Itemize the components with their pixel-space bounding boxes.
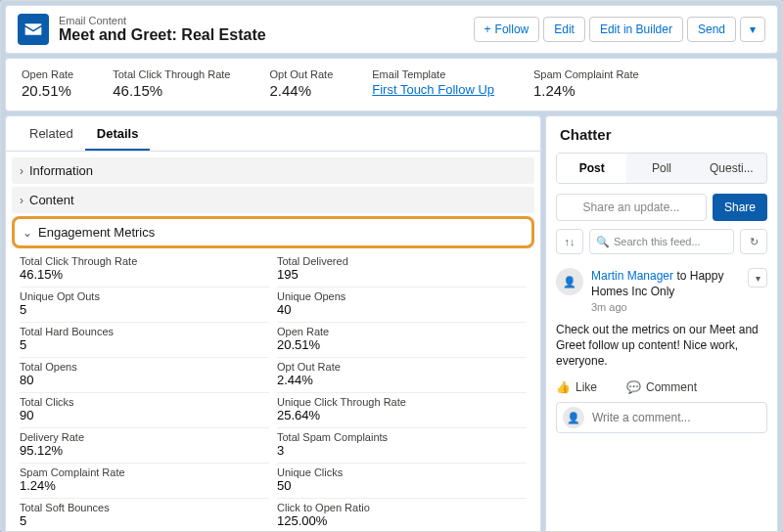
chevron-right-icon: ›: [20, 194, 23, 207]
metric-row: Delivery Rate95.12%: [20, 427, 269, 463]
metric-value: 25.64%: [277, 408, 527, 422]
metric-value: 5: [20, 302, 269, 317]
refresh-icon: ↻: [750, 236, 759, 248]
metric-value: 46.15%: [20, 267, 269, 282]
metric-value: 95.12%: [20, 443, 269, 458]
edit-in-builder-button[interactable]: Edit in Builder: [589, 17, 683, 42]
comment-icon: 💬: [626, 380, 641, 394]
metric-row: Total Clicks90: [20, 392, 269, 427]
section-engagement-metrics[interactable]: ⌄Engagement Metrics: [12, 216, 534, 248]
object-label: Email Content: [59, 15, 464, 26]
kpi-template-link[interactable]: First Touch Follow Up: [372, 82, 494, 97]
metric-label: Unique Opens: [277, 290, 527, 302]
chevron-down-icon: ▾: [756, 273, 760, 284]
send-button[interactable]: Send: [687, 17, 736, 42]
search-feed-input[interactable]: 🔍Search this feed...: [589, 229, 734, 254]
email-content-icon: [18, 14, 49, 45]
metric-label: Total Hard Bounces: [20, 326, 269, 337]
metric-label: Total Delivered: [277, 255, 527, 267]
metric-label: Total Soft Bounces: [20, 502, 269, 513]
comment-button[interactable]: 💬Comment: [626, 380, 697, 394]
chevron-right-icon: ›: [20, 164, 23, 178]
sort-icon: ↑↓: [565, 236, 576, 247]
post-timestamp: 3m ago: [591, 301, 627, 313]
chevron-down-icon: ▾: [750, 22, 756, 36]
metric-value: 3: [277, 443, 527, 458]
metric-row: Unique Opens40: [277, 287, 527, 322]
metric-row: Opt Out Rate2.44%: [277, 357, 527, 392]
chatter-tab-question[interactable]: Questi...: [697, 154, 766, 183]
metric-row: Total Opens80: [20, 357, 269, 392]
kpi-template-label: Email Template: [372, 68, 494, 80]
sort-feed-button[interactable]: ↑↓: [556, 229, 583, 254]
tab-related[interactable]: Related: [18, 116, 85, 151]
metric-label: Total Opens: [20, 361, 269, 373]
kpi-open-rate-label: Open Rate: [22, 68, 73, 80]
write-comment-input[interactable]: [592, 411, 760, 424]
metric-row: Click to Open Ratio125.00%: [277, 498, 527, 531]
metric-value: 2.44%: [277, 373, 527, 387]
metric-value: 50: [277, 478, 527, 493]
record-header: Email Content Meet and Greet: Real Estat…: [5, 5, 778, 54]
metric-row: Unique Clicks50: [277, 463, 527, 498]
chatter-panel: Chatter Post Poll Questi... Share an upd…: [545, 115, 778, 531]
metric-label: Click to Open Ratio: [277, 502, 527, 513]
metric-label: Delivery Rate: [20, 431, 269, 443]
metric-value: 1.24%: [20, 478, 269, 493]
like-icon: 👍: [556, 380, 571, 394]
highlights-panel: Open Rate20.51% Total Click Through Rate…: [5, 58, 778, 111]
like-button[interactable]: 👍Like: [556, 380, 597, 394]
post-author-link[interactable]: Martin Manager: [591, 269, 673, 283]
metric-row: Total Delivered195: [277, 252, 527, 287]
metric-row: Total Soft Bounces5: [20, 498, 269, 531]
metric-value: 80: [20, 373, 269, 387]
metric-row: Open Rate20.51%: [277, 322, 527, 357]
kpi-spam-value: 1.24%: [533, 82, 639, 99]
metric-label: Unique Clicks: [277, 466, 527, 478]
metric-value: 125.00%: [277, 513, 527, 528]
metric-row: Total Spam Complaints3: [277, 427, 527, 463]
metric-value: 20.51%: [277, 337, 527, 352]
page-title: Meet and Greet: Real Estate: [59, 26, 464, 44]
metric-value: 90: [20, 408, 269, 422]
metric-label: Total Spam Complaints: [277, 431, 527, 443]
chatter-tab-poll[interactable]: Poll: [626, 154, 696, 183]
chatter-title: Chatter: [546, 116, 777, 153]
metric-label: Unique Opt Outs: [20, 290, 269, 302]
metric-row: Unique Opt Outs5: [20, 287, 269, 322]
section-content[interactable]: ›Content: [12, 187, 534, 213]
kpi-ctr-value: 46.15%: [113, 82, 230, 99]
metric-label: Spam Complaint Rate: [20, 466, 269, 478]
kpi-optout-label: Opt Out Rate: [269, 68, 333, 80]
avatar: 👤: [563, 407, 584, 428]
tab-details[interactable]: Details: [85, 116, 151, 151]
edit-button[interactable]: Edit: [543, 17, 585, 42]
chevron-down-icon: ⌄: [23, 226, 32, 240]
post-menu-button[interactable]: ▾: [748, 268, 767, 288]
chatter-post: 👤 Martin Manager to Happy Homes Inc Only…: [546, 260, 777, 441]
more-actions-dropdown[interactable]: ▾: [740, 17, 765, 42]
metric-label: Unique Click Through Rate: [277, 396, 527, 408]
metric-row: Total Click Through Rate46.15%: [20, 252, 269, 287]
share-update-input[interactable]: Share an update...: [556, 194, 707, 221]
kpi-ctr-label: Total Click Through Rate: [113, 68, 230, 80]
metric-value: 195: [277, 267, 527, 282]
details-panel: Related Details ›Information ›Content ⌄E…: [5, 115, 541, 531]
metric-row: Total Hard Bounces5: [20, 322, 269, 357]
post-body: Check out the metrics on our Meet and Gr…: [556, 322, 767, 370]
section-information[interactable]: ›Information: [12, 157, 534, 184]
follow-button[interactable]: +Follow: [474, 17, 540, 42]
share-button[interactable]: Share: [713, 194, 767, 221]
avatar: 👤: [556, 268, 583, 295]
kpi-spam-label: Spam Complaint Rate: [533, 68, 639, 80]
metric-value: 40: [277, 302, 527, 317]
metric-label: Total Clicks: [20, 396, 269, 408]
kpi-optout-value: 2.44%: [269, 82, 333, 99]
metric-label: Total Click Through Rate: [20, 255, 269, 267]
chatter-tab-post[interactable]: Post: [557, 154, 626, 183]
metric-label: Opt Out Rate: [277, 361, 527, 373]
metric-value: 5: [20, 337, 269, 352]
refresh-feed-button[interactable]: ↻: [740, 229, 767, 254]
kpi-open-rate-value: 20.51%: [22, 82, 73, 99]
metric-value: 5: [20, 513, 269, 528]
